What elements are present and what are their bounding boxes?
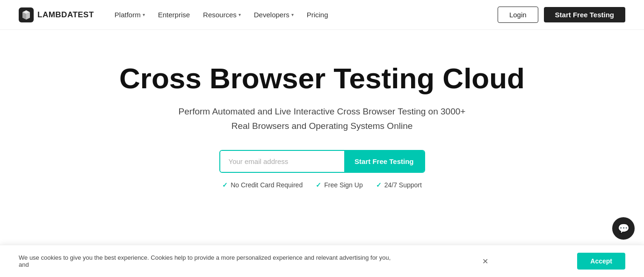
chevron-down-icon: ▾ [291,12,294,17]
chat-icon: 💬 [618,223,630,234]
chevron-down-icon: ▾ [143,12,145,17]
email-input[interactable] [220,151,345,172]
logo[interactable]: LAMBDATEST [19,7,94,22]
trust-badges: ✓ No Credit Card Required ✓ Free Sign Up… [222,181,422,189]
hero-title: Cross Browser Testing Cloud [119,63,525,94]
support-label: 24/7 Support [384,181,422,189]
start-free-testing-nav-button[interactable]: Start Free Testing [544,7,625,22]
cookie-text: We use cookies to give you the best expe… [19,254,393,268]
nav-pricing-label: Pricing [307,11,328,19]
trust-badge-support: ✓ 24/7 Support [376,181,422,189]
nav-platform-label: Platform [115,11,141,19]
nav-item-pricing[interactable]: Pricing [301,8,334,21]
logo-icon [19,7,34,22]
nav-item-developers[interactable]: Developers ▾ [248,8,299,21]
hero-subtitle: Perform Automated and Live Interactive C… [177,105,467,133]
chevron-down-icon: ▾ [239,12,241,17]
cookie-banner: We use cookies to give you the best expe… [0,245,644,277]
nav-item-resources[interactable]: Resources ▾ [197,8,246,21]
navbar: LAMBDATEST Platform ▾ Enterprise Resourc… [0,0,644,30]
nav-resources-label: Resources [203,11,237,19]
trust-badge-free-signup: ✓ Free Sign Up [316,181,362,189]
brand-name: LAMBDATEST [37,10,94,20]
chat-bubble-button[interactable]: 💬 [612,217,635,240]
navbar-left: LAMBDATEST Platform ▾ Enterprise Resourc… [19,7,334,22]
checkmark-icon: ✓ [222,181,228,189]
cookie-accept-button[interactable]: Accept [577,253,625,270]
nav-enterprise-label: Enterprise [158,11,190,19]
checkmark-icon: ✓ [376,181,382,189]
trust-badge-no-cc: ✓ No Credit Card Required [222,181,303,189]
nav-links: Platform ▾ Enterprise Resources ▾ Develo… [109,8,334,21]
checkmark-icon: ✓ [316,181,321,189]
cookie-close-button[interactable]: ✕ [479,256,491,267]
hero-section: Cross Browser Testing Cloud Perform Auto… [0,30,644,235]
nav-developers-label: Developers [254,11,289,19]
free-signup-label: Free Sign Up [324,181,362,189]
navbar-right: Login Start Free Testing [498,7,625,23]
login-button[interactable]: Login [498,7,538,23]
no-credit-card-label: No Credit Card Required [231,181,303,189]
email-form: Start Free Testing [219,150,425,173]
nav-item-enterprise[interactable]: Enterprise [152,8,195,21]
nav-item-platform[interactable]: Platform ▾ [109,8,151,21]
start-free-testing-hero-button[interactable]: Start Free Testing [344,151,424,172]
